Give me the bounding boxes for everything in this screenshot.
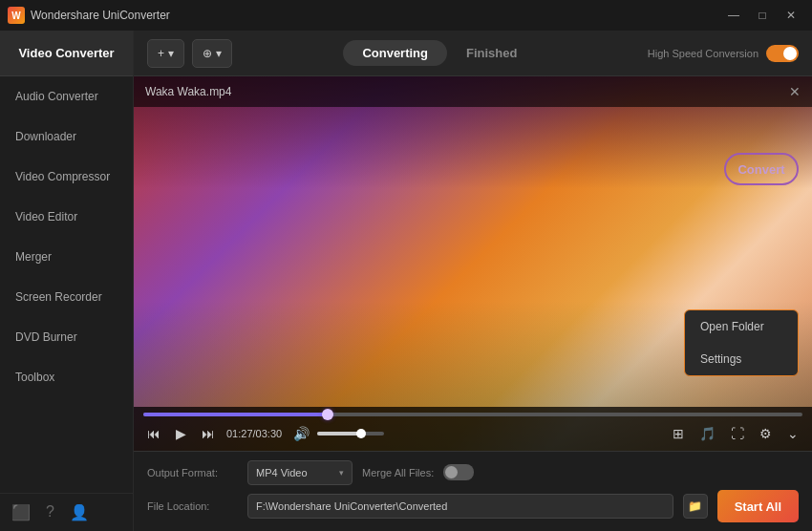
speed-toggle-area: High Speed Conversion [648,45,799,62]
volume-control: 🔊 [289,424,384,443]
volume-bar[interactable] [317,432,384,435]
start-all-button[interactable]: Start All [717,490,799,522]
convert-btn-area: Convert [724,153,799,185]
chevron-down-icon[interactable]: ⌄ [783,424,802,443]
sidebar-item-audio-converter[interactable]: Audio Converter [0,76,133,117]
controls-row: ⏮ ▶ ⏭ 01:27/03:30 🔊 ⊞ [143,424,802,443]
video-close-icon[interactable]: ✕ [789,84,801,99]
dropdown-open-folder[interactable]: Open Folder [685,310,798,343]
add-icon: + [158,47,164,60]
sidebar-item-dvd-burner[interactable]: DVD Burner [0,317,133,357]
sidebar-bottom: ⬛ ? 👤 [0,493,133,531]
title-bar: W Wondershare UniConverter — □ ✕ [0,0,812,31]
volume-icon[interactable]: 🔊 [289,424,313,443]
expand-icon[interactable]: ⛶ [727,424,748,443]
tab-finished[interactable]: Finished [447,40,536,66]
file-location-label: File Location: [147,500,238,512]
convert-button[interactable]: Convert [724,153,799,185]
gallery-icon[interactable]: ⬛ [11,503,31,521]
audio-icon[interactable]: 🎵 [695,424,719,443]
progress-bar[interactable] [143,413,802,416]
file-browse-button[interactable]: 📁 [683,494,708,519]
video-header: Waka Waka.mp4 ✕ [134,76,812,107]
maximize-button[interactable]: □ [749,5,776,26]
bottom-bar: Output Format: MP4 Video ▾ Merge All Fil… [134,451,812,531]
settings-icon[interactable]: ⚙ [756,424,776,443]
merge-toggle[interactable] [443,464,474,480]
progress-fill [143,413,328,416]
progress-thumb [322,409,333,420]
format-select[interactable]: MP4 Video ▾ [247,460,353,485]
output-format-row: Output Format: MP4 Video ▾ Merge All Fil… [147,460,799,485]
add-files-button[interactable]: + ▾ [147,39,184,68]
volume-thumb [356,429,366,438]
grid-icon[interactable]: ⊞ [669,424,688,443]
sidebar-item-screen-recorder[interactable]: Screen Recorder [0,277,133,317]
dropdown-popup: Open Folder Settings [684,309,799,376]
sidebar-item-toolbox[interactable]: Toolbox [0,357,133,397]
volume-fill [317,432,361,435]
sidebar-header[interactable]: Video Converter [0,31,133,76]
high-speed-toggle[interactable] [766,45,799,62]
title-bar-controls: — □ ✕ [720,5,804,26]
content-area: + ▾ ⊕ ▾ Converting Finished High Speed C… [134,31,812,531]
sidebar-item-video-compressor[interactable]: Video Compressor [0,157,133,197]
right-controls: ⊞ 🎵 ⛶ ⚙ ⌄ [669,424,802,443]
video-container: Waka Waka.mp4 ✕ Convert ⏮ ▶ ⏭ [134,76,812,451]
next-button[interactable]: ⏭ [198,424,219,443]
sidebar-item-video-editor[interactable]: Video Editor [0,197,133,237]
output-format-label: Output Format: [147,467,238,478]
top-bar-actions: + ▾ ⊕ ▾ [147,39,232,68]
tab-converting[interactable]: Converting [343,40,447,66]
app-title: Wondershare UniConverter [31,9,170,22]
minimize-button[interactable]: — [720,5,747,26]
app-logo: W [8,7,25,24]
video-scene [134,76,812,451]
speed-label: High Speed Conversion [648,48,759,59]
file-location-input[interactable]: F:\Wondershare UniConverter\Converted [247,494,673,519]
folder-icon: 📁 [688,499,702,513]
dropdown-settings[interactable]: Settings [685,343,798,375]
merge-all-label: Merge All Files: [362,467,434,478]
top-bar: + ▾ ⊕ ▾ Converting Finished High Speed C… [134,31,812,76]
time-display: 01:27/03:30 [226,428,282,439]
title-bar-left: W Wondershare UniConverter [8,7,170,24]
help-icon[interactable]: ? [46,503,54,521]
close-button[interactable]: ✕ [778,5,804,26]
file-location-row: File Location: F:\Wondershare UniConvert… [147,490,799,522]
sidebar-header-label: Video Converter [18,46,114,60]
format-chevron-icon: ▾ [339,468,344,478]
video-filename: Waka Waka.mp4 [145,85,231,98]
user-icon[interactable]: 👤 [70,503,89,521]
tabs-center: Converting Finished [244,40,636,66]
sidebar-item-merger[interactable]: Merger [0,237,133,277]
link-icon: ⊕ [203,47,212,60]
sidebar-item-downloader[interactable]: Downloader [0,117,133,157]
play-button[interactable]: ▶ [172,424,190,443]
sidebar: Video Converter Audio Converter Download… [0,31,134,531]
prev-button[interactable]: ⏮ [143,424,164,443]
main-layout: Video Converter Audio Converter Download… [0,31,812,531]
add-url-button[interactable]: ⊕ ▾ [192,39,232,68]
video-controls: ⏮ ▶ ⏭ 01:27/03:30 🔊 ⊞ [134,407,812,451]
